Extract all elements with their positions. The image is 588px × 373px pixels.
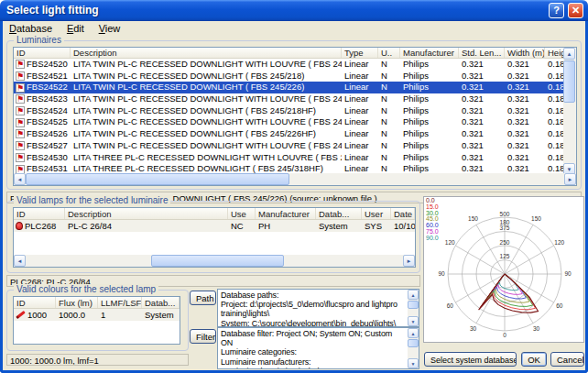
svg-text:60: 60 (556, 302, 563, 309)
close-icon[interactable]: ✕ (568, 3, 583, 18)
luminaire-row[interactable]: ⚑FBS24523 LITA TWIN PL-C RECESSED DOWNLI… (14, 93, 565, 105)
luminaire-id: FBS24530 (27, 152, 68, 164)
column-header-flux[interactable]: Flux (lm) (56, 297, 98, 308)
lamp-id: PLC268 (25, 220, 56, 232)
polar-diagram: 1252503755001801501501201209090606030300 (424, 197, 583, 342)
luminaire-std-len: 0.321 (459, 82, 505, 93)
scroll-down-icon[interactable]: ▼ (408, 316, 419, 326)
filter-button[interactable]: Filter (190, 329, 216, 344)
luminaire-manufacturer: Philips (400, 105, 459, 117)
luminaire-description: LITA TWIN PL-C RECESSED DOWNLIGHT WITH L… (71, 59, 342, 71)
luminaires-table: ID Description Type U.. Manufacturer Std… (13, 47, 577, 186)
column-header-manufacturer[interactable]: Manufacturer (400, 48, 459, 58)
polar-legend-entry: 90.0 (426, 236, 439, 242)
column-header-user[interactable]: User (362, 208, 391, 219)
luminaire-icon: ⚑ (16, 106, 25, 115)
luminaire-manufacturer: Philips (400, 71, 459, 82)
scroll-left-icon[interactable]: ◄ (14, 173, 26, 185)
luminaire-icon: ⚑ (16, 83, 25, 93)
scroll-up-icon[interactable]: ▲ (408, 328, 419, 338)
scroll-right-icon[interactable]: ► (564, 173, 576, 185)
menu-item-view[interactable]: View (99, 23, 121, 34)
luminaire-row[interactable]: ⚑FBS24526 LITA TWIN PL-C RECESSED DOWNLI… (14, 128, 565, 140)
select-system-databases-button[interactable]: Select system databases (424, 352, 517, 367)
luminaire-std-len: 0.321 (459, 93, 505, 105)
column-header-manufacturer[interactable]: Manufacturer (256, 208, 316, 219)
menu-item-edit[interactable]: Edit (67, 23, 84, 34)
lamps-table: ID Description Use Manufacturer Datab...… (13, 207, 416, 268)
luminaire-height: 0.18 (545, 71, 565, 82)
scroll-up-icon[interactable]: ▲ (408, 290, 419, 300)
luminaire-row[interactable]: ⚑FBS24524 LITA TWIN PL-C RECESSED DOWNLI… (14, 105, 565, 117)
luminaire-width: 0.321 (505, 140, 545, 152)
luminaire-row[interactable]: ⚑FBS24522 LITA TWIN PL-C RECESSED DOWNLI… (14, 82, 565, 93)
scroll-up-icon[interactable]: ▲ (563, 48, 575, 60)
column-header-date[interactable]: Date (391, 208, 415, 219)
colour-row[interactable]: 1000 1000.0 1 System (14, 309, 180, 321)
colours-table-header: ID Flux (lm) LLMF/LSF Datab... (14, 297, 180, 309)
column-header-id[interactable]: ID (14, 208, 65, 219)
path-button[interactable]: Path (190, 291, 216, 305)
luminaire-type: Linear (342, 152, 378, 164)
filter-textbox[interactable]: Database filter: Project ON; System ON; … (217, 327, 419, 369)
column-header-std-len[interactable]: Std. Len... (459, 48, 505, 58)
scrollbar-thumb[interactable] (151, 255, 284, 267)
titlebar[interactable]: Select light fitting ? ✕ (0, 0, 588, 21)
luminaire-u: N (378, 93, 400, 105)
column-header-use[interactable]: Use (228, 208, 256, 219)
colour-id: 1000 (27, 309, 47, 321)
svg-text:30: 30 (533, 325, 540, 332)
luminaire-icon: ⚑ (16, 141, 25, 150)
path-scrollbar[interactable]: ▲ ▼ (408, 290, 419, 326)
svg-text:125: 125 (500, 253, 510, 259)
luminaire-row[interactable]: ⚑FBS24520 LITA TWIN PL-C RECESSED DOWNLI… (14, 59, 565, 71)
column-header-llmf[interactable]: LLMF/LSF (98, 297, 142, 308)
luminaire-icon: ⚑ (16, 118, 25, 127)
luminaire-description: LITA TWIN PL-C RECESSED DOWNLIGHT ( FBS … (71, 82, 342, 93)
path-textbox[interactable]: Database paths: Project: d:\projects\5_0… (217, 289, 419, 327)
column-header-database[interactable]: Datab... (316, 208, 362, 219)
scrollbar-thumb[interactable] (563, 60, 575, 103)
scrollbar-thumb[interactable] (26, 173, 289, 185)
luminaire-row[interactable]: ⚑FBS24530 LITA THREE PL-C RECESSED DOWNL… (14, 152, 565, 164)
luminaire-row[interactable]: ⚑FBS24521 LITA TWIN PL-C RECESSED DOWNLI… (14, 71, 565, 82)
luminaire-width: 0.321 (505, 71, 545, 82)
scroll-right-icon[interactable]: ► (403, 255, 415, 267)
scroll-left-icon[interactable]: ◄ (14, 255, 26, 267)
luminaire-row[interactable]: ⚑FBS24525 LITA TWIN PL-C RECESSED DOWNLI… (14, 116, 565, 128)
column-header-id[interactable]: ID (14, 48, 71, 58)
column-header-width[interactable]: Width (m) (505, 48, 545, 58)
svg-text:500: 500 (500, 211, 510, 217)
column-header-description[interactable]: Description (65, 208, 228, 219)
column-header-id[interactable]: ID (14, 297, 56, 308)
cancel-button[interactable]: Cancel (550, 352, 584, 367)
ok-button[interactable]: OK (521, 352, 547, 367)
luminaire-manufacturer: Philips (400, 128, 459, 140)
luminaire-description: LITA TWIN PL-C RECESSED DOWNLIGHT ( FBS … (71, 105, 342, 117)
scrollbar-thumb[interactable] (408, 301, 419, 309)
luminaires-horizontal-scrollbar[interactable]: ◄ ► (14, 173, 576, 185)
scrollbar-thumb[interactable] (408, 339, 419, 347)
polar-diagram-panel: 0.015.030.045.060.075.090.0 125250375500… (423, 196, 584, 343)
column-header-u[interactable]: U.. (378, 48, 400, 58)
lamp-row[interactable]: PLC268 PL-C 26/84 NC PH System SYS 10/10… (14, 220, 415, 232)
luminaire-description: LITA THREE PL-C RECESSED DOWNLIGHT WITH … (71, 152, 342, 164)
column-header-database[interactable]: Datab... (142, 297, 180, 308)
colour-llmf: 1 (98, 309, 142, 321)
help-button[interactable]: ? (549, 3, 564, 18)
luminaires-vertical-scrollbar[interactable]: ▲ ▼ (563, 48, 576, 175)
filter-scrollbar[interactable]: ▲ ▼ (408, 328, 419, 368)
column-header-height[interactable]: Heigh (545, 48, 565, 58)
luminaire-height: 0.18 (545, 82, 565, 93)
lamps-horizontal-scrollbar[interactable]: ◄ ► (14, 255, 415, 267)
luminaire-row[interactable]: ⚑FBS24527 LITA TWIN PL-C RECESSED DOWNLI… (14, 140, 565, 152)
scroll-down-icon[interactable]: ▼ (408, 358, 419, 368)
svg-text:375: 375 (500, 225, 510, 231)
column-header-type[interactable]: Type (342, 48, 378, 58)
column-header-description[interactable]: Description (71, 48, 342, 58)
luminaire-manufacturer: Philips (400, 93, 459, 105)
lamp-manufacturer: PH (256, 220, 316, 232)
luminaires-group: Luminaires ID Description Type U.. Manuf… (6, 40, 582, 190)
luminaire-width: 0.321 (505, 105, 545, 117)
menu-item-database[interactable]: Database (9, 23, 52, 34)
